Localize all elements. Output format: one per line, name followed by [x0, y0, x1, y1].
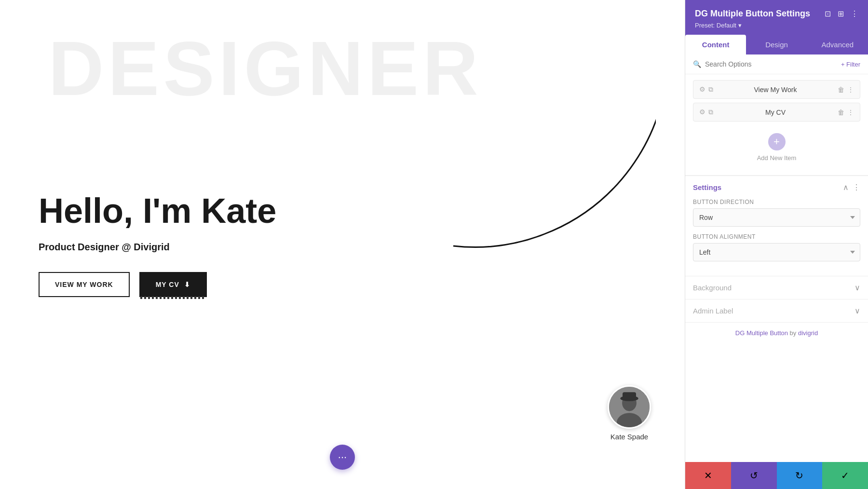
button-direction-field: Button Direction Row Column [693, 199, 860, 227]
button-item-my-cv: ⚙ ⧉ My CV 🗑 ⋮ [693, 103, 860, 122]
floating-action-button[interactable]: ··· [330, 445, 355, 470]
panel-body: 🔍 + Filter ⚙ ⧉ View My Work 🗑 ⋮ ⚙ [685, 54, 868, 462]
settings-section-title: Settings [693, 183, 721, 191]
add-circle-icon: + [768, 133, 786, 150]
footer-by-text: by [790, 329, 798, 337]
button-item-view-my-work: ⚙ ⧉ View My Work 🗑 ⋮ [693, 80, 860, 99]
item-copy-icon-2[interactable]: ⧉ [708, 108, 713, 116]
panel-header: DG Multiple Button Settings ⊡ ⊞ ⋮ Preset… [685, 0, 868, 35]
my-cv-button[interactable]: MY CV ⬇ [139, 272, 207, 297]
hero-title: Hello, I'm Kate [39, 192, 276, 230]
avatar-container: Kate Spade [608, 385, 651, 441]
item-delete-icon-2[interactable]: 🗑 [838, 109, 844, 116]
panel-header-top: DG Multiple Button Settings ⊡ ⊞ ⋮ [695, 9, 858, 19]
tab-advanced[interactable]: Advanced [807, 35, 868, 54]
filter-button[interactable]: + Filter [841, 61, 860, 68]
more-icon[interactable]: ⋮ [851, 9, 858, 18]
settings-panel: DG Multiple Button Settings ⊡ ⊞ ⋮ Preset… [685, 0, 868, 489]
background-section: Background ∨ [685, 276, 868, 299]
button-items-list: ⚙ ⧉ View My Work 🗑 ⋮ ⚙ ⧉ My CV 🗑 ⋮ [685, 74, 868, 176]
search-icon: 🔍 [693, 60, 701, 68]
settings-collapse-icon[interactable]: ∧ [843, 183, 849, 192]
tab-design[interactable]: Design [746, 35, 807, 54]
cancel-icon: ✕ [704, 470, 712, 481]
item-right-icons-2: 🗑 ⋮ [838, 109, 854, 116]
footer-author-link[interactable]: divigrid [798, 329, 818, 337]
settings-section-actions: ∧ ⋮ [843, 183, 860, 192]
panel-footer: DG Multiple Button by divigrid [685, 322, 868, 343]
decorative-circle-arc [415, 0, 656, 251]
reset-left-button[interactable]: ↺ [731, 462, 777, 489]
background-section-title: Background [693, 284, 732, 292]
view-my-work-button[interactable]: VIEW MY WORK [39, 272, 130, 297]
canvas-area: DESIGNER Hello, I'm Kate Product Designe… [0, 0, 685, 489]
hero-subtitle: Product Designer @ Divigrid [39, 242, 276, 253]
canvas-content: DESIGNER Hello, I'm Kate Product Designe… [0, 0, 685, 489]
item-left-icons: ⚙ ⧉ [699, 85, 713, 94]
item-more-icon-2[interactable]: ⋮ [847, 109, 854, 116]
hero-buttons: VIEW MY WORK MY CV ⬇ [39, 272, 276, 297]
avatar-image [609, 385, 650, 429]
item-copy-icon[interactable]: ⧉ [708, 85, 713, 94]
settings-more-icon[interactable]: ⋮ [853, 183, 860, 192]
cancel-button[interactable]: ✕ [685, 462, 731, 489]
panel-header-icons: ⊡ ⊞ ⋮ [825, 9, 858, 18]
item-more-icon[interactable]: ⋮ [847, 86, 854, 94]
button-alignment-field: Button Alignment Left Center Right [693, 233, 860, 261]
settings-fields: Button Direction Row Column Button Align… [685, 199, 868, 276]
reset-left-icon: ↺ [750, 470, 758, 481]
item-label-view-my-work: View My Work [718, 86, 833, 94]
download-icon: ⬇ [184, 281, 190, 288]
item-settings-icon-2[interactable]: ⚙ [699, 108, 705, 116]
button-alignment-label: Button Alignment [693, 233, 860, 240]
focus-icon[interactable]: ⊡ [825, 9, 831, 18]
action-bar: ✕ ↺ ↻ ✓ [685, 462, 868, 489]
background-section-header[interactable]: Background ∨ [685, 276, 868, 299]
panel-preset[interactable]: Preset: Default ▾ [695, 22, 858, 29]
panel-tabs: Content Design Advanced [685, 35, 868, 54]
button-direction-select[interactable]: Row Column [693, 208, 860, 227]
my-cv-label: MY CV [156, 281, 179, 288]
add-new-item-button[interactable]: + Add New Item [693, 125, 860, 169]
fab-icon: ··· [338, 451, 347, 463]
settings-section: Settings ∧ ⋮ Button Direction Row Column… [685, 176, 868, 276]
tab-content[interactable]: Content [685, 35, 746, 54]
add-new-item-label: Add New Item [757, 154, 797, 162]
reset-right-button[interactable]: ↻ [777, 462, 823, 489]
avatar-name: Kate Spade [610, 433, 648, 441]
search-input[interactable] [705, 60, 837, 68]
panel-search-bar: 🔍 + Filter [685, 54, 868, 74]
admin-label-section-title: Admin Label [693, 307, 733, 315]
button-direction-label: Button Direction [693, 199, 860, 205]
hero-content: Hello, I'm Kate Product Designer @ Divig… [39, 192, 276, 297]
button-alignment-select[interactable]: Left Center Right [693, 243, 860, 261]
item-settings-icon[interactable]: ⚙ [699, 85, 705, 94]
layout-icon[interactable]: ⊞ [838, 9, 844, 18]
item-left-icons-2: ⚙ ⧉ [699, 108, 713, 116]
footer-plugin-link[interactable]: DG Multiple Button [735, 329, 788, 337]
item-label-my-cv: My CV [718, 109, 833, 116]
confirm-button[interactable]: ✓ [822, 462, 868, 489]
panel-title: DG Multiple Button Settings [695, 9, 810, 19]
background-collapse-icon[interactable]: ∨ [854, 283, 860, 292]
item-delete-icon[interactable]: 🗑 [838, 86, 844, 94]
item-right-icons: 🗑 ⋮ [838, 86, 854, 94]
reset-right-icon: ↻ [795, 470, 803, 481]
avatar [608, 385, 651, 429]
settings-section-header[interactable]: Settings ∧ ⋮ [685, 176, 868, 199]
svg-rect-5 [623, 392, 636, 399]
admin-label-section: Admin Label ∨ [685, 299, 868, 322]
admin-label-section-header[interactable]: Admin Label ∨ [685, 299, 868, 322]
confirm-icon: ✓ [841, 470, 849, 481]
admin-label-collapse-icon[interactable]: ∨ [854, 306, 860, 315]
